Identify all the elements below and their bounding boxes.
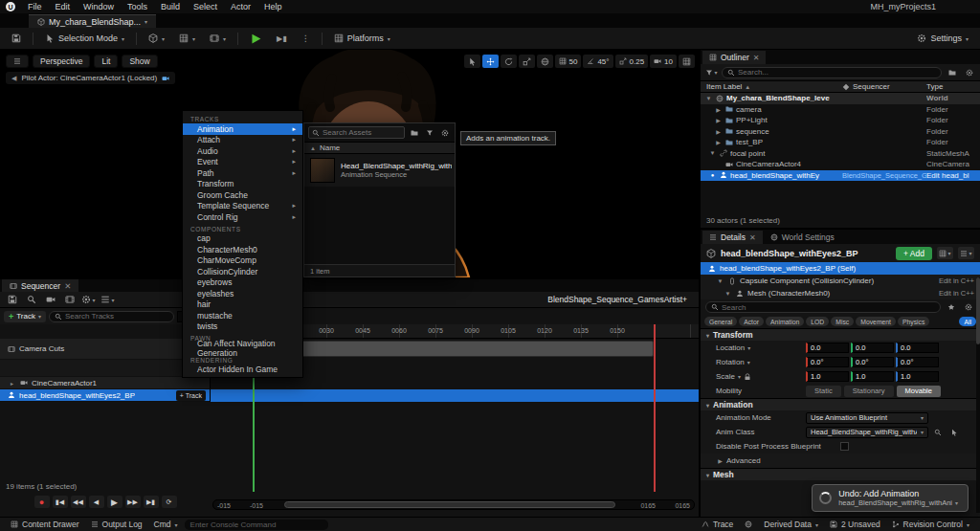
rotation-snap-control[interactable]: 45°	[583, 55, 612, 68]
back-arrow-icon[interactable]: ◀	[11, 75, 16, 82]
save-button[interactable]	[6, 32, 27, 45]
menu-edit[interactable]: Edit	[49, 0, 78, 13]
menu-item-path[interactable]: Path▸	[183, 167, 302, 179]
add-component-button[interactable]: + Add	[896, 247, 932, 260]
menu-item-attach[interactable]: Attach▸	[183, 135, 302, 146]
play-button[interactable]	[244, 31, 268, 47]
item-label-column[interactable]: Item Label	[706, 82, 742, 91]
filter-button[interactable]	[423, 126, 435, 139]
playback-options-dropdown[interactable]: ▾	[100, 294, 116, 306]
tab-world-settings[interactable]: World Settings	[764, 231, 841, 244]
menu-item-animation[interactable]: Animation▸	[183, 123, 302, 135]
previous-key-button[interactable]: ◀◀	[71, 496, 86, 508]
scale-z-field[interactable]: 1.0	[896, 371, 939, 382]
close-icon[interactable]: ✕	[749, 233, 756, 242]
jump-to-start-button[interactable]: ▮◀	[53, 496, 68, 508]
settings-dropdown[interactable]: Settings ▾	[911, 32, 974, 45]
favorites-button[interactable]	[944, 301, 958, 314]
grid-snap-control[interactable]: 50	[555, 55, 582, 68]
tab-details[interactable]: Details ✕	[702, 231, 763, 244]
add-subtrack-button[interactable]: + Track	[176, 390, 206, 401]
section-transform[interactable]: ▾ Transform	[701, 328, 980, 341]
anim-class-dropdown[interactable]: Head_BlendShape_withRig_withA▾	[806, 427, 928, 438]
world-local-toggle[interactable]	[537, 55, 553, 68]
output-log-button[interactable]: Output Log	[86, 518, 147, 531]
undo-toast-notification[interactable]: Undo: Add Animation head_BlendShape_with…	[812, 484, 969, 512]
close-icon[interactable]: ✕	[64, 281, 71, 291]
trace-button[interactable]: Trace	[697, 518, 738, 531]
component-row-self[interactable]: head_blendShape_withEyes2_BP (Self)	[701, 262, 980, 275]
menu-item-control-rig[interactable]: Control Rig▸	[183, 211, 302, 223]
cinecamera-timeline[interactable]	[211, 377, 699, 389]
head-blendshape-timeline[interactable]	[211, 389, 699, 402]
play-options-button[interactable]: ⋮	[296, 32, 316, 45]
rotate-tool-button[interactable]	[501, 55, 517, 68]
track-row-head-blendshape[interactable]: head_blendShape_withEyes2_BP + Track	[0, 389, 699, 402]
select-tool-button[interactable]	[464, 55, 480, 68]
asset-list-item[interactable]: Head_BlendShape_withRig_withAn Animation…	[304, 154, 455, 187]
cinematics-dropdown[interactable]: ▾	[204, 32, 232, 45]
menu-item-mustache[interactable]: mustache	[183, 310, 302, 321]
location-z-field[interactable]: 0.0	[896, 343, 939, 353]
use-selected-button[interactable]	[947, 426, 961, 438]
maximize-viewport-button[interactable]	[679, 55, 695, 68]
blueprints-dropdown[interactable]: ▾	[173, 32, 201, 45]
pilot-actor-bar[interactable]: ◀ Pilot Actor: CineCameraActor1 (Locked)	[6, 72, 175, 84]
menu-help[interactable]: Help	[257, 0, 289, 13]
range-scrollbar-thumb[interactable]	[284, 501, 615, 508]
scale-x-field[interactable]: 1.0	[806, 371, 849, 382]
location-y-field[interactable]: 0.0	[851, 343, 894, 353]
details-settings-button[interactable]	[961, 301, 975, 314]
expand-icon[interactable]: ▶	[714, 128, 723, 135]
outliner-filter-button[interactable]: ▾	[704, 66, 719, 78]
collapse-icon[interactable]: ▼	[704, 96, 713, 101]
jump-to-end-button[interactable]: ▶▮	[144, 496, 159, 508]
rotation-y-field[interactable]: 0.0°	[851, 357, 894, 367]
expand-icon[interactable]: ▶	[714, 117, 723, 123]
cmd-dropdown[interactable]: Cmd ▾	[149, 518, 183, 531]
outliner-row-pplight-folder[interactable]: ▶PP+Light Folder	[701, 115, 980, 126]
frame-skip-button[interactable]: ▶▮	[271, 33, 293, 45]
outliner-column-header[interactable]: Item Label▲ Sequencer Type	[701, 80, 980, 93]
asset-list-header[interactable]: ▲ Name	[304, 142, 455, 154]
asset-tab-level[interactable]: My_chara_BlendShap... ▾	[29, 14, 156, 28]
menu-build[interactable]: Build	[154, 0, 187, 13]
head-blendshape-track-label[interactable]: head_blendShape_withEyes2_BP + Track	[0, 389, 211, 402]
next-key-button[interactable]: ▶▶	[125, 496, 141, 508]
play-button[interactable]: ▶	[107, 496, 122, 508]
sequence-breadcrumb[interactable]: BlendShape_Sequence_GamesArtist+	[547, 295, 695, 304]
menu-item-eyelashes[interactable]: eyelashes	[183, 288, 302, 299]
timeline-range-scrollbar[interactable]: -015 -015 0165 0165	[212, 499, 695, 510]
perspective-dropdown[interactable]: Perspective	[33, 55, 90, 68]
browse-asset-button[interactable]	[930, 426, 945, 438]
expand-icon[interactable]: ▸	[8, 380, 16, 387]
network-status-button[interactable]	[740, 518, 757, 531]
playback-end-marker[interactable]	[654, 324, 656, 492]
location-x-field[interactable]: 0.0	[806, 343, 849, 353]
record-button[interactable]: ●	[34, 496, 50, 508]
scale-y-field[interactable]: 1.0	[851, 371, 894, 382]
quick-add-dropdown[interactable]: ▾	[143, 32, 170, 45]
outliner-row-head-blendshape[interactable]: ●head_blendShape_withEy BlendShape_Seque…	[701, 170, 980, 182]
filter-actor[interactable]: Actor	[739, 317, 764, 326]
scale-tool-button[interactable]	[519, 55, 535, 68]
add-track-button[interactable]: + Track ▾	[4, 311, 46, 322]
menu-window[interactable]: Window	[77, 0, 121, 13]
mobility-movable-button[interactable]: Movable	[897, 386, 941, 397]
filter-movement[interactable]: Movement	[856, 317, 896, 326]
component-row-capsule[interactable]: ▼ Capsule Component (CollisionCylinder) …	[701, 275, 980, 287]
rotation-x-field[interactable]: 0.0°	[806, 357, 849, 367]
move-tool-button[interactable]	[482, 55, 499, 68]
menu-item-collisioncylinder[interactable]: CollisionCylinder	[183, 266, 302, 277]
sequencer-actions-dropdown[interactable]: ▾	[80, 294, 97, 306]
outliner-row-focal-point[interactable]: ▼focal point StaticMeshA	[701, 148, 980, 160]
menu-item-template-sequence[interactable]: Template Sequence▸	[183, 201, 302, 212]
viewport-options-button[interactable]	[6, 55, 29, 68]
unreal-logo-icon[interactable]: U	[6, 2, 15, 11]
collapse-icon[interactable]: ▼	[716, 278, 724, 284]
create-camera-button[interactable]	[42, 294, 58, 306]
track-row-camera-cuts[interactable]: Camera Cuts	[0, 339, 699, 360]
console-command-input[interactable]: Enter Console Command	[185, 520, 328, 530]
menu-item-event[interactable]: Event▸	[183, 157, 302, 168]
menu-item-cap[interactable]: cap	[183, 233, 302, 245]
